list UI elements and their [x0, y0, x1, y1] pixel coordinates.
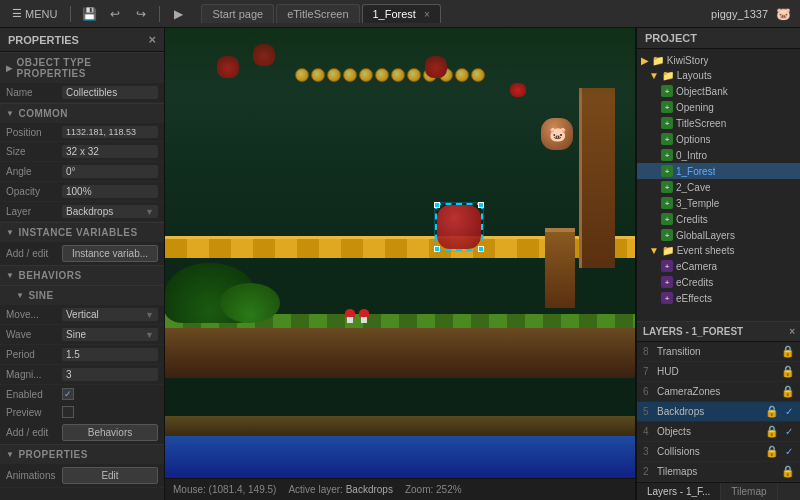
water-layer [165, 433, 635, 478]
layer-lock-6[interactable]: 🔒 [781, 385, 795, 398]
enabled-prop-row: Enabled ✓ [0, 385, 164, 403]
layer-num-5: 5 [643, 406, 653, 417]
tree-ecamera[interactable]: + eCamera [637, 258, 800, 274]
position-prop-row: Position 1132.181, 118.53 [0, 123, 164, 142]
tab-start-page[interactable]: Start page [201, 4, 274, 23]
tree-2cave[interactable]: + 2_Cave [637, 179, 800, 195]
instance-vars-row: Add / edit Instance variab... [0, 242, 164, 265]
layer-value[interactable]: Backdrops ▼ [62, 205, 158, 218]
properties-close-button[interactable]: × [148, 32, 156, 47]
game-canvas[interactable]: 🐷 [165, 28, 635, 478]
layer-vis-3[interactable]: ✓ [783, 446, 795, 457]
sel-handle-tr[interactable] [478, 202, 484, 208]
undo-button[interactable]: ↩ [104, 3, 126, 25]
avatar-icon[interactable]: 🐷 [772, 3, 794, 25]
layer-num-6: 6 [643, 386, 653, 397]
tree-1forest[interactable]: + 1_Forest [637, 163, 800, 179]
layer-row-8[interactable]: 8 Transition 🔒 [637, 342, 800, 362]
section-instance-vars[interactable]: ▼ INSTANCE VARIABLES [0, 222, 164, 242]
layer-row-3[interactable]: 3 Collisions 🔒 ✓ [637, 442, 800, 462]
section-behaviors[interactable]: ▼ BEHAVIORS [0, 265, 164, 285]
event-icon-eeffects: + [661, 292, 673, 304]
angle-value[interactable]: 0° [62, 165, 158, 178]
tab-1forest[interactable]: 1_Forest × [362, 4, 441, 23]
enabled-checkbox[interactable]: ✓ [62, 388, 74, 400]
opacity-value[interactable]: 100% [62, 185, 158, 198]
layer-lock-3[interactable]: 🔒 [765, 445, 779, 458]
tree-opening[interactable]: + Opening [637, 99, 800, 115]
section-common[interactable]: ▼ COMMON [0, 103, 164, 123]
period-label: Period [6, 349, 58, 360]
layer-name-transition: Transition [657, 346, 777, 357]
layout-icon-1forest: + [661, 165, 673, 177]
layer-name-collisions: Collisions [657, 446, 761, 457]
animations-edit-button[interactable]: Edit [62, 467, 158, 484]
tab-tilemap[interactable]: Tilemap [721, 483, 777, 500]
layer-vis-5[interactable]: ✓ [783, 406, 795, 417]
sel-handle-tl[interactable] [434, 202, 440, 208]
angle-prop-row: Angle 0° [0, 162, 164, 182]
size-value[interactable]: 32 x 32 [62, 145, 158, 158]
behaviors-add-label: Add / edit [6, 427, 58, 438]
tab-close-icon[interactable]: × [424, 9, 430, 20]
tree-credits[interactable]: + Credits [637, 211, 800, 227]
tree-options[interactable]: + Options [637, 131, 800, 147]
layer-row-6[interactable]: 6 CameraZones 🔒 [637, 382, 800, 402]
layer-vis-4[interactable]: ✓ [783, 426, 795, 437]
menu-icon: ☰ [12, 7, 22, 20]
layer-row-4[interactable]: 4 Objects 🔒 ✓ [637, 422, 800, 442]
menu-button[interactable]: ☰ MENU [6, 5, 63, 22]
section-common-label: COMMON [18, 108, 68, 119]
tree-events-folder[interactable]: ▼ 📁 Event sheets [637, 243, 800, 258]
play-button[interactable]: ▶ [167, 3, 189, 25]
tree-ecredits[interactable]: + eCredits [637, 274, 800, 290]
right-pillar [579, 88, 615, 268]
tab-layers[interactable]: Layers - 1_F... [637, 483, 721, 500]
section-sine[interactable]: ▼ SINE [0, 285, 164, 305]
layer-lock-5[interactable]: 🔒 [765, 405, 779, 418]
layer-lock-2[interactable]: 🔒 [781, 465, 795, 478]
behaviors-add-button[interactable]: Behaviors [62, 424, 158, 441]
tree-objectbank[interactable]: + ObjectBank [637, 83, 800, 99]
selected-sprite [437, 205, 481, 249]
name-prop-value: Collectibles [62, 86, 158, 99]
move-value[interactable]: Vertical ▼ [62, 308, 158, 321]
layer-row-2[interactable]: 2 Tilemaps 🔒 [637, 462, 800, 482]
tree-titlescreen[interactable]: + TitleScreen [637, 115, 800, 131]
tree-3temple[interactable]: + 3_Temple [637, 195, 800, 211]
tree-layouts-folder[interactable]: ▼ 📁 Layouts [637, 68, 800, 83]
redo-button[interactable]: ↪ [130, 3, 152, 25]
period-value[interactable]: 1.5 [62, 348, 158, 361]
tree-globallayers[interactable]: + GlobalLayers [637, 227, 800, 243]
tree-0intro[interactable]: + 0_Intro [637, 147, 800, 163]
instance-add-button[interactable]: Instance variab... [62, 245, 158, 262]
layers-close-icon[interactable]: × [789, 326, 795, 337]
opacity-label: Opacity [6, 186, 58, 197]
layer-lock-4[interactable]: 🔒 [765, 425, 779, 438]
layer-row-7[interactable]: 7 HUD 🔒 [637, 362, 800, 382]
layer-lock-7[interactable]: 🔒 [781, 365, 795, 378]
layout-icon-0intro: + [661, 149, 673, 161]
layer-lock-8[interactable]: 🔒 [781, 345, 795, 358]
tree-root[interactable]: ▶ 📁 KiwiStory [637, 53, 800, 68]
animations-label: Animations [6, 470, 58, 481]
section-object-type[interactable]: ▶ OBJECT TYPE PROPERTIES [0, 52, 164, 83]
save-button[interactable]: 💾 [78, 3, 100, 25]
preview-checkbox[interactable] [62, 406, 74, 418]
section-properties2[interactable]: ▼ PROPERTIES [0, 444, 164, 464]
sel-handle-br[interactable] [478, 246, 484, 252]
position-value[interactable]: 1132.181, 118.53 [62, 126, 158, 138]
magni-value[interactable]: 3 [62, 368, 158, 381]
selection-box[interactable] [435, 203, 483, 251]
ground-dirt [165, 328, 635, 378]
mushrooms [345, 309, 369, 323]
sine-arrow-icon: ▼ [16, 291, 24, 300]
tab-layers-label: Layers - 1_F... [647, 486, 710, 497]
layer-row-5[interactable]: 5 Backdrops 🔒 ✓ [637, 402, 800, 422]
project-panel: PROJECT ▶ 📁 KiwiStory ▼ 📁 Layouts + Obje… [636, 28, 800, 321]
event-icon-ecredits: + [661, 276, 673, 288]
wave-value[interactable]: Sine ▼ [62, 328, 158, 341]
tab-etitlescreen[interactable]: eTitleScreen [276, 4, 359, 23]
sel-handle-bl[interactable] [434, 246, 440, 252]
tree-eeffects[interactable]: + eEffects [637, 290, 800, 306]
